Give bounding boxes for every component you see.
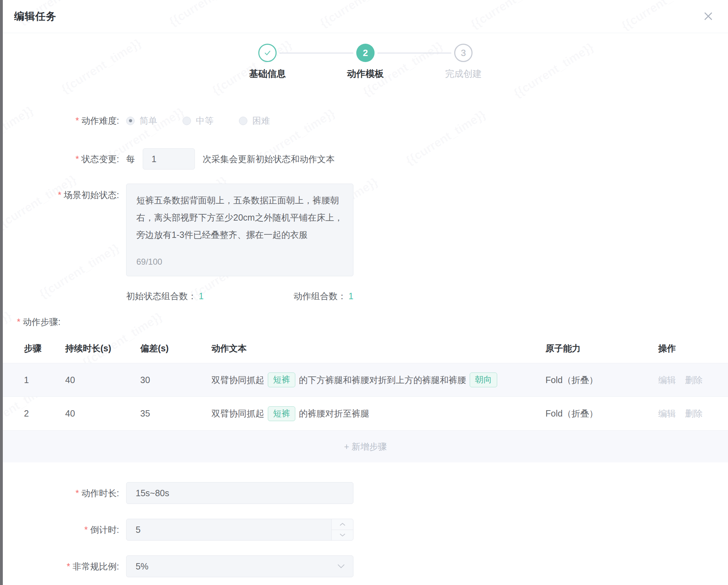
state-change-row: 状态变更: 每 次采集会更新初始状态和动作文本 xyxy=(3,148,728,170)
action-combo-value: 1 xyxy=(348,291,353,301)
countdown-input[interactable] xyxy=(126,519,353,541)
step-1-label: 基础信息 xyxy=(249,68,286,80)
state-change-input[interactable] xyxy=(143,148,195,170)
initial-state-textarea[interactable]: 短裤五条数据背面朝上，五条数据正面朝上，裤腰朝右，离头部视野下方至少20cm之外… xyxy=(126,184,353,276)
stepper-up-button[interactable] xyxy=(332,519,353,530)
state-change-prefix: 每 xyxy=(126,153,135,165)
unusual-ratio-select[interactable] xyxy=(126,555,353,577)
table-row: 14030双臂协同抓起短裤的下方裤腿和裤腰对折到上方的裤腿和裤腰朝向Fold（折… xyxy=(3,363,728,397)
steps-table-body: 14030双臂协同抓起短裤的下方裤腿和裤腰对折到上方的裤腿和裤腰朝向Fold（折… xyxy=(3,363,728,431)
delete-link[interactable]: 删除 xyxy=(685,374,703,386)
chevron-up-icon xyxy=(339,522,346,526)
countdown-label: 倒计时: xyxy=(3,524,119,536)
cell-deviation: 35 xyxy=(140,408,211,419)
radio-unselected-icon xyxy=(239,117,247,125)
combos-row: 初始状态组合数：1 动作组合数：1 xyxy=(3,290,728,302)
cell-action-text: 双臂协同抓起短裤的下方裤腿和裤腰对折到上方的裤腿和裤腰朝向 xyxy=(211,372,545,387)
initial-state-text: 短裤五条数据背面朝上，五条数据正面朝上，裤腰朝右，离头部视野下方至少20cm之外… xyxy=(136,195,343,240)
cell-duration: 40 xyxy=(65,375,140,385)
table-header-row: 步骤 持续时长(s) 偏差(s) 动作文本 原子能力 操作 xyxy=(3,333,728,363)
char-counter: 69/100 xyxy=(136,253,162,270)
cell-deviation: 30 xyxy=(140,375,211,385)
initial-combo-count: 初始状态组合数：1 xyxy=(126,290,204,302)
step-1-circle xyxy=(258,44,277,62)
check-icon xyxy=(263,48,272,57)
action-text-segment: 的裤腰对折至裤腿 xyxy=(299,408,369,419)
add-step-button[interactable]: + 新增步骤 xyxy=(3,431,728,462)
step-3-label: 完成创建 xyxy=(445,68,482,80)
cell-step: 1 xyxy=(24,375,65,385)
cell-duration: 40 xyxy=(65,408,140,419)
cell-step: 2 xyxy=(24,408,65,419)
cell-ability: Fold（折叠） xyxy=(545,374,658,386)
difficulty-label: 动作难度: xyxy=(3,115,119,127)
edit-link[interactable]: 编辑 xyxy=(658,374,676,386)
difficulty-radio-group: 简单 中等 困难 xyxy=(126,115,295,127)
col-operations: 操作 xyxy=(658,343,728,354)
object-tag: 朝向 xyxy=(470,372,497,387)
step-complete-creation: 3 完成创建 xyxy=(414,44,512,80)
unusual-ratio-label: 非常规比例: xyxy=(3,561,119,572)
object-tag: 短裤 xyxy=(268,406,295,421)
initial-state-label: 场景初始状态: xyxy=(3,184,119,201)
cell-operations: 编辑删除 xyxy=(658,408,728,419)
initial-combo-value: 1 xyxy=(199,291,204,301)
chevron-down-icon xyxy=(339,533,346,537)
object-tag: 短裤 xyxy=(268,372,295,387)
col-step: 步骤 xyxy=(24,343,65,354)
unusual-ratio-row: 非常规比例: xyxy=(3,555,728,577)
action-duration-row: 动作时长: xyxy=(3,482,728,504)
step-basic-info[interactable]: 基础信息 xyxy=(218,44,316,80)
wizard-stepper: 基础信息 2 动作模板 3 完成创建 xyxy=(3,44,728,80)
difficulty-row: 动作难度: 简单 中等 困难 xyxy=(3,115,728,127)
action-combo-count: 动作组合数：1 xyxy=(294,290,353,302)
action-text-segment: 双臂协同抓起 xyxy=(211,374,264,386)
radio-unselected-icon xyxy=(183,117,191,125)
state-change-suffix: 次采集会更新初始状态和动作文本 xyxy=(203,153,335,165)
radio-selected-icon xyxy=(126,117,135,125)
col-ability: 原子能力 xyxy=(545,343,658,354)
edit-link[interactable]: 编辑 xyxy=(658,408,676,419)
step-2-circle: 2 xyxy=(356,44,375,62)
table-row: 24035双臂协同抓起短裤的裤腰对折至裤腿Fold（折叠）编辑删除 xyxy=(3,397,728,431)
step-2-label: 动作模板 xyxy=(347,68,384,80)
dialog-title: 编辑任务 xyxy=(14,10,56,24)
state-change-label: 状态变更: xyxy=(3,153,119,165)
step-action-template[interactable]: 2 动作模板 xyxy=(316,44,414,80)
delete-link[interactable]: 删除 xyxy=(685,408,703,419)
cell-ability: Fold（折叠） xyxy=(545,408,658,419)
cell-action-text: 双臂协同抓起短裤的裤腰对折至裤腿 xyxy=(211,406,545,421)
dialog-header: 编辑任务 xyxy=(3,0,728,33)
col-action-text: 动作文本 xyxy=(211,343,545,354)
col-duration: 持续时长(s) xyxy=(65,343,140,354)
cell-operations: 编辑删除 xyxy=(658,374,728,386)
step-3-circle: 3 xyxy=(454,44,473,62)
radio-hard[interactable]: 困难 xyxy=(239,115,270,127)
initial-state-row: 场景初始状态: 短裤五条数据背面朝上，五条数据正面朝上，裤腰朝右，离头部视野下方… xyxy=(3,184,728,276)
countdown-row: 倒计时: xyxy=(3,519,728,541)
action-steps-section-label: 动作步骤: xyxy=(17,316,728,328)
number-stepper xyxy=(331,519,353,540)
radio-medium[interactable]: 中等 xyxy=(183,115,214,127)
close-button[interactable] xyxy=(702,10,715,23)
action-steps-table: 步骤 持续时长(s) 偏差(s) 动作文本 原子能力 操作 14030双臂协同抓… xyxy=(3,333,728,462)
close-icon xyxy=(703,11,714,21)
action-text-segment: 双臂协同抓起 xyxy=(211,408,264,419)
radio-easy[interactable]: 简单 xyxy=(126,115,157,127)
background-page-edge xyxy=(0,0,3,585)
action-duration-input[interactable] xyxy=(126,482,353,504)
edit-task-dialog: {{current_time}} {{current_time}} {{curr… xyxy=(3,0,728,585)
stepper-down-button[interactable] xyxy=(332,530,353,541)
col-deviation: 偏差(s) xyxy=(140,343,211,354)
action-duration-label: 动作时长: xyxy=(3,487,119,499)
action-text-segment: 的下方裤腿和裤腰对折到上方的裤腿和裤腰 xyxy=(299,374,466,386)
